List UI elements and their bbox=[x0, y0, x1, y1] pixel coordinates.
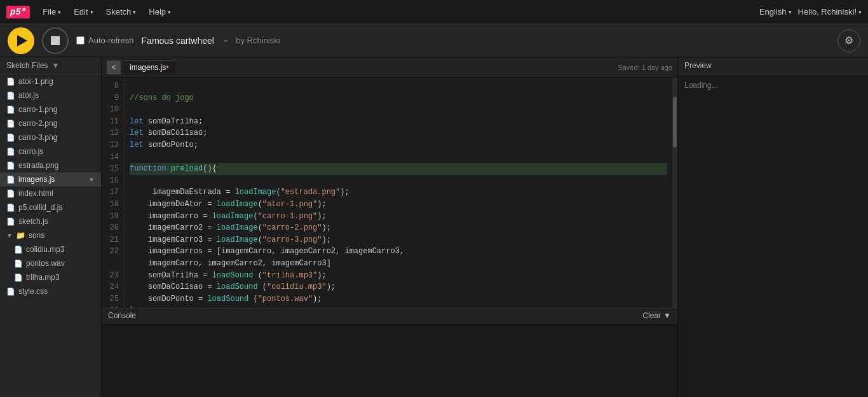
scroll-thumb[interactable] bbox=[673, 97, 677, 148]
menu-help[interactable]: Help ▾ bbox=[149, 7, 171, 17]
preview-content: Loading... bbox=[678, 74, 868, 397]
active-tab[interactable]: imagens.js• bbox=[123, 60, 175, 74]
sidebar-file-imagens-js[interactable]: 📄imagens.js ▼ bbox=[0, 172, 101, 186]
saved-status: Saved: 1 day ago bbox=[618, 64, 672, 71]
sidebar-folder-sons[interactable]: ▼📁sons bbox=[0, 228, 101, 242]
settings-button[interactable]: ⚙ bbox=[837, 29, 860, 52]
file-name: sketch.js bbox=[18, 217, 48, 226]
file-icon: 📄 bbox=[6, 92, 15, 100]
sidebar-file-carro-js[interactable]: 📄carro.js bbox=[0, 144, 101, 158]
code-line-10 bbox=[130, 104, 667, 116]
auto-refresh-checkbox[interactable] bbox=[76, 36, 85, 45]
menu-sketch[interactable]: Sketch ▾ bbox=[106, 7, 137, 17]
line-number-23: 23 bbox=[104, 270, 119, 282]
edit-menu-arrow: ▾ bbox=[90, 9, 93, 15]
file-name: ator.js bbox=[18, 91, 39, 100]
console-clear-button[interactable]: Clear ▼ bbox=[642, 311, 671, 320]
code-line-12: let somDaColisao; bbox=[130, 127, 667, 139]
toolbar: Auto-refresh Famous cartwheel ✏ by Rchin… bbox=[0, 24, 868, 57]
sidebar-file-ator-1-png[interactable]: 📄ator-1.png bbox=[0, 74, 101, 88]
stop-icon bbox=[51, 36, 60, 45]
line-number-12: 12 bbox=[104, 127, 119, 139]
code-line-25: somDoPonto = loadSound ("pontos.wav"); bbox=[130, 293, 667, 305]
code-content[interactable]: //sons do jogolet somDaTrilha;let somDaC… bbox=[125, 78, 672, 308]
user-arrow: ▾ bbox=[858, 9, 862, 15]
loading-text: Loading... bbox=[684, 81, 718, 90]
play-button[interactable] bbox=[8, 27, 34, 54]
code-line-9: //sons do jogo bbox=[130, 92, 667, 104]
code-line-13: let somDoPonto; bbox=[130, 139, 667, 151]
top-right-area: English ▾ Hello, Rchiniski! ▾ bbox=[759, 7, 862, 17]
folder-label: sons bbox=[29, 231, 44, 240]
sidebar-file-carro-2-png[interactable]: 📄carro-2.png bbox=[0, 116, 101, 130]
console-area: Console Clear ▼ bbox=[102, 308, 677, 397]
file-icon: 📄 bbox=[6, 120, 15, 128]
console-header: Console Clear ▼ bbox=[102, 309, 677, 323]
line-number-13: 13 bbox=[104, 139, 119, 151]
code-line-18: imagemDoAtor = loadImage("ator-1.png"); bbox=[130, 198, 667, 211]
menu-edit[interactable]: Edit ▾ bbox=[74, 7, 93, 17]
language-selector[interactable]: English ▾ bbox=[759, 7, 792, 17]
sidebar-chevron: ▼ bbox=[52, 61, 95, 70]
file-name: trilha.mp3 bbox=[26, 273, 60, 282]
sidebar-file-trilha-mp3[interactable]: 📄trilha.mp3 bbox=[0, 270, 101, 284]
sidebar-file-colidiu-mp3[interactable]: 📄colidiu.mp3 bbox=[0, 242, 101, 256]
sidebar-file-index-html[interactable]: 📄index.html bbox=[0, 186, 101, 200]
file-icon: 📄 bbox=[6, 148, 15, 156]
help-menu-arrow: ▾ bbox=[168, 9, 171, 15]
sidebar: Sketch Files ▼ 📄ator-1.png📄ator.js📄carro… bbox=[0, 57, 102, 397]
code-line-16 bbox=[130, 175, 667, 187]
sketch-menu-arrow: ▾ bbox=[133, 9, 136, 15]
code-line-19: imagemCarro = loadImage("carro-1.png"); bbox=[130, 211, 667, 223]
code-scrollbar[interactable] bbox=[672, 78, 677, 308]
file-name: ator-1.png bbox=[18, 77, 53, 86]
back-button[interactable]: < bbox=[107, 60, 121, 74]
line-number-16: 16 bbox=[104, 175, 119, 187]
console-label: Console bbox=[108, 311, 136, 320]
file-name: imagens.js bbox=[18, 175, 55, 184]
code-line-22: imagemCarros = [imagemCarro, imagemCarro… bbox=[130, 246, 667, 269]
edit-title-icon[interactable]: ✏ bbox=[224, 36, 228, 45]
sidebar-file-p5-collid-d-js[interactable]: 📄p5.collid_d.js bbox=[0, 200, 101, 214]
line-number-9: 9 bbox=[104, 92, 119, 104]
play-icon bbox=[17, 35, 27, 46]
code-line-24: somDaColisao = loadSound ("colidiu.mp3")… bbox=[130, 281, 667, 293]
line-number-26: 26 bbox=[104, 305, 119, 308]
file-icon: 📄 bbox=[6, 204, 15, 212]
top-menu-bar: p5* File ▾ Edit ▾ Sketch ▾ Help ▾ Englis… bbox=[0, 0, 868, 24]
user-greeting[interactable]: Hello, Rchiniski! ▾ bbox=[798, 7, 862, 17]
menu-file[interactable]: File ▾ bbox=[43, 7, 61, 17]
stop-button[interactable] bbox=[42, 27, 69, 54]
auto-refresh-label: Auto-refresh bbox=[76, 36, 134, 45]
sidebar-file-carro-1-png[interactable]: 📄carro-1.png bbox=[0, 102, 101, 116]
sidebar-file-estrada-png[interactable]: 📄estrada.png bbox=[0, 158, 101, 172]
line-number-14: 14 bbox=[104, 151, 119, 164]
editor-area: < imagens.js• Saved: 1 day ago 891011121… bbox=[102, 57, 677, 397]
code-line-17: imagemDaEstrada = loadImage("estrada.png… bbox=[130, 186, 667, 198]
chevron-down-icon: ▼ bbox=[663, 311, 671, 320]
folder-triangle-icon: ▼ bbox=[6, 232, 13, 239]
file-name: carro-1.png bbox=[18, 105, 57, 114]
sidebar-file-carro-3-png[interactable]: 📄carro-3.png bbox=[0, 130, 101, 144]
line-number-21: 21 bbox=[104, 234, 119, 246]
sidebar-file-ator-js[interactable]: 📄ator.js bbox=[0, 88, 101, 102]
console-content bbox=[102, 323, 677, 397]
sidebar-file-pontos-wav[interactable]: 📄pontos.wav bbox=[0, 256, 101, 270]
sketch-author: by Rchiniski bbox=[236, 36, 280, 45]
file-name: pontos.wav bbox=[26, 259, 65, 268]
file-icon: 📄 bbox=[6, 176, 15, 184]
code-editor: 891011121314151617181920212223242526 //s… bbox=[102, 78, 677, 308]
file-icon: 📄 bbox=[14, 260, 23, 268]
language-arrow: ▾ bbox=[789, 9, 792, 15]
sidebar-file-style-css[interactable]: 📄style.css bbox=[0, 284, 101, 298]
file-name: style.css bbox=[18, 287, 48, 296]
file-icon: 📄 bbox=[6, 106, 15, 114]
preview-panel: Preview Loading... bbox=[677, 57, 868, 397]
sidebar-header: Sketch Files ▼ bbox=[0, 57, 101, 74]
sidebar-files: 📄ator-1.png📄ator.js📄carro-1.png📄carro-2.… bbox=[0, 74, 101, 298]
code-line-23: somDaTrilha = loadSound ("trilha.mp3"); bbox=[130, 270, 667, 282]
code-line-8 bbox=[130, 80, 667, 92]
code-line-20: imagemCarro2 = loadImage("carro-2.png"); bbox=[130, 222, 667, 234]
sidebar-file-sketch-js[interactable]: 📄sketch.js bbox=[0, 214, 101, 228]
file-name: estrada.png bbox=[18, 161, 58, 170]
